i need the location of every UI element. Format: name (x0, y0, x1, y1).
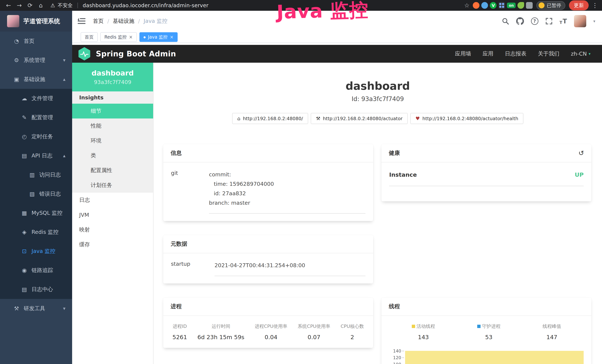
sidebar-item-label: 定时任务 (32, 133, 53, 140)
avatar-caret-icon[interactable]: ▾ (593, 19, 595, 23)
sidebar-item-error-logs[interactable]: ▧ 错误日志 (0, 184, 72, 203)
sidebar-item-log-center[interactable]: ▤ 日志中心 (0, 280, 72, 299)
search-icon[interactable] (502, 17, 509, 25)
sba-item-classes[interactable]: 类 (72, 148, 153, 163)
info-card-title: 信息 (163, 144, 373, 162)
infrastructure-submenu: ☁ 文件管理 ✎ 配置管理 ◴ 定时任务 ▤ API 日志 ▲ ▥ 访问日志 ▧ (0, 89, 72, 299)
font-size-icon[interactable]: T T (559, 17, 567, 25)
breadcrumb-infrastructure[interactable]: 基础设施 (113, 17, 134, 25)
font-size-small-t: T (559, 20, 562, 25)
actuator-url-button[interactable]: ⚒ http://192.168.0.2:48080/actuator (311, 113, 408, 124)
sba-frame: Spring Boot Admin 应用墙 应用 日志报表 关于我们 zh-CN… (72, 43, 602, 364)
sba-item-mappings[interactable]: 映射 (72, 222, 153, 237)
monitor-icon: ⊡ (20, 248, 29, 254)
sidebar-item-system[interactable]: ⚙ 系统管理 ▼ (0, 51, 72, 70)
sidebar-item-home[interactable]: ◔ 首页 (0, 32, 72, 51)
bookmark-star-icon[interactable]: ☆ (464, 2, 470, 9)
sidebar-item-label: 系统管理 (24, 57, 45, 64)
sba-nav-applications[interactable]: 应用 (483, 50, 493, 57)
address-bar[interactable]: ⚠ 不安全 dashboard.yudao.iocoder.cn/infra/a… (50, 2, 208, 9)
app-title: 芋道管理系统 (23, 17, 60, 25)
extension-fox-icon[interactable] (473, 2, 479, 9)
app-logo-image (7, 15, 19, 27)
font-size-large-t: T (563, 17, 567, 25)
sba-item-logs[interactable]: 日志 (72, 193, 153, 207)
timer-icon: ◴ (20, 133, 29, 140)
sidebar-item-api-logs[interactable]: ▤ API 日志 ▲ (0, 146, 72, 165)
sidebar-item-label: 访问日志 (39, 171, 61, 179)
sidebar-item-tracing[interactable]: ◉ 链路追踪 (0, 261, 72, 280)
user-avatar[interactable] (574, 15, 586, 27)
sba-item-jvm[interactable]: JVM (72, 207, 153, 222)
sba-item-scheduled[interactable]: 计划任务 (72, 178, 153, 193)
extension-drop-icon[interactable] (481, 2, 488, 9)
health-url-button[interactable]: ♥ http://192.168.0.2:48080/actuator/heal… (410, 113, 523, 124)
close-icon[interactable]: × (129, 34, 133, 40)
stat-value: 0.04 (255, 334, 287, 341)
github-icon[interactable] (516, 17, 524, 25)
sba-instance-header[interactable]: dashboard 93a3fc7f7409 (72, 63, 153, 91)
sba-brand-title[interactable]: Spring Boot Admin (96, 50, 176, 58)
fullscreen-icon[interactable] (546, 18, 552, 25)
edit-icon: ✎ (20, 114, 29, 121)
browser-home-icon[interactable]: ⌂ (36, 2, 45, 9)
sidebar-item-java-monitor[interactable]: ⊡ Java 监控 (0, 242, 72, 261)
git-branch-line: branch: master (209, 198, 366, 208)
browser-back-icon[interactable]: ← (4, 2, 13, 9)
sba-item-caches[interactable]: 缓存 (72, 237, 153, 252)
sba-nav-about[interactable]: 关于我们 (538, 50, 559, 57)
sidebar-item-label: 链路追踪 (32, 267, 53, 274)
stat-value: 6d 23h 15m 59s (197, 334, 244, 341)
sba-item-config-props[interactable]: 配置属性 (72, 163, 153, 178)
threads-card: 线程 活动线程 143 (381, 298, 591, 364)
infrastructure-icon: ▣ (12, 76, 21, 83)
browser-reload-icon[interactable]: ⟳ (26, 2, 34, 9)
service-url-button[interactable]: ⌂ http://192.168.0.2:48080/ (232, 113, 308, 124)
history-icon[interactable]: ↺ (579, 149, 584, 157)
sidebar-item-dev-tools[interactable]: ⚒ 研发工具 ▼ (0, 299, 72, 318)
sidebar-item-access-logs[interactable]: ▥ 访问日志 (0, 165, 72, 184)
sba-sidebar: dashboard 93a3fc7f7409 Insights 细节 性能 环境… (72, 63, 153, 364)
sidebar-item-config-management[interactable]: ✎ 配置管理 (0, 108, 72, 127)
help-icon[interactable]: ? (531, 17, 538, 25)
health-instance-row[interactable]: Instance UP (389, 170, 584, 186)
tab-java-monitor[interactable]: ● Java 监控 × (140, 32, 178, 42)
sidebar-item-file-management[interactable]: ☁ 文件管理 (0, 89, 72, 108)
tab-redis-monitor[interactable]: Redis 监控 × (100, 32, 137, 42)
extensions-puzzle-icon[interactable] (526, 2, 533, 9)
sidebar-item-label: 研发工具 (24, 305, 45, 312)
sidebar-item-redis-monitor[interactable]: ◈ Redis 监控 (0, 223, 72, 242)
dashboard-icon: ◔ (12, 38, 21, 44)
admin-sidebar: 芋道管理系统 ◔ 首页 ⚙ 系统管理 ▼ ▣ 基础设施 ▲ ☁ 文件管理 ✎ 配… (0, 11, 72, 364)
sidebar-item-scheduled-tasks[interactable]: ◴ 定时任务 (0, 127, 72, 146)
extension-leaf-icon[interactable] (517, 2, 524, 9)
browser-menu-icon[interactable]: ⋮ (592, 2, 598, 9)
sba-nav-journal[interactable]: 日志报表 (505, 50, 526, 57)
breadcrumb-home[interactable]: 首页 (93, 17, 104, 25)
actuator-url: http://192.168.0.2:48080/actuator (323, 116, 402, 121)
sba-header: Spring Boot Admin 应用墙 应用 日志报表 关于我们 zh-CN… (72, 45, 602, 63)
paused-badge[interactable]: 已暂停 (536, 1, 565, 10)
security-label: 不安全 (58, 2, 73, 9)
health-url: http://192.168.0.2:48080/actuator/health (422, 116, 518, 121)
sba-item-metrics[interactable]: 性能 (72, 118, 153, 133)
close-icon[interactable]: × (170, 34, 173, 40)
sba-item-environment[interactable]: 环境 (72, 133, 153, 148)
browser-update-button[interactable]: 更新 (569, 0, 589, 11)
tab-home[interactable]: 首页 (81, 32, 98, 42)
app-logo[interactable]: 芋道管理系统 (0, 11, 72, 32)
extension-grid-icon[interactable] (498, 2, 505, 9)
sba-item-details[interactable]: 细节 (72, 104, 153, 118)
stat-value: 2 (341, 334, 364, 341)
sidebar-item-infrastructure[interactable]: ▣ 基础设施 ▲ (0, 70, 72, 89)
locale-selector[interactable]: zh-CN ▾ (571, 51, 591, 57)
collapse-menu-icon[interactable] (78, 18, 86, 24)
sidebar-item-mysql-monitor[interactable]: ▦ MySQL 监控 (0, 203, 72, 223)
extension-on-toggle-icon[interactable]: on (507, 3, 516, 8)
sidebar-item-label: 首页 (24, 37, 34, 45)
url-text[interactable]: dashboard.yudao.iocoder.cn/infra/admin-s… (83, 2, 208, 9)
database-icon: ▦ (20, 210, 29, 216)
sba-nav-wallboard[interactable]: 应用墙 (455, 50, 471, 57)
browser-forward-icon[interactable]: → (15, 2, 24, 9)
extension-v-icon[interactable]: V (490, 2, 496, 9)
